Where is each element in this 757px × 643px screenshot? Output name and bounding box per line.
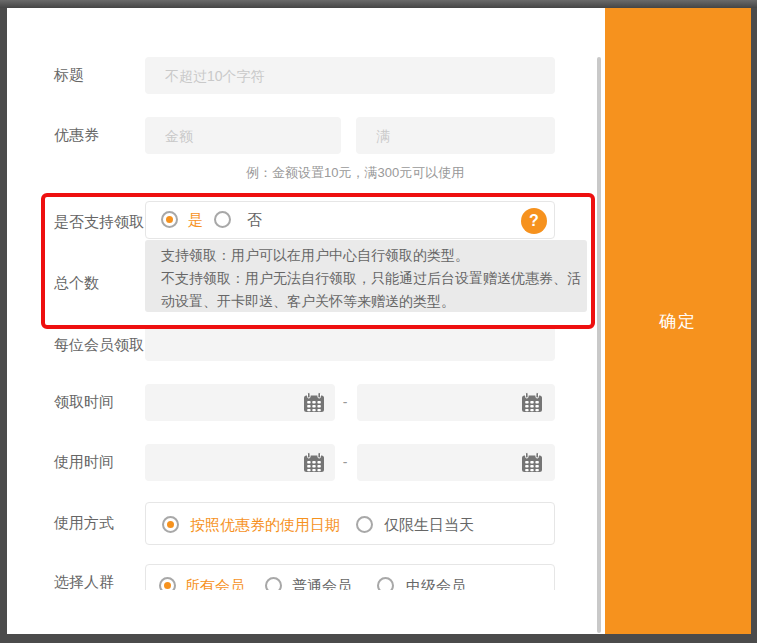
calendar-icon (521, 392, 543, 413)
use-method-label: 使用方式 (54, 513, 114, 533)
radio-all-members[interactable] (159, 577, 176, 590)
window-frame-top (0, 0, 757, 8)
coupon-threshold-input[interactable] (356, 117, 555, 154)
radio-mid-members-label[interactable]: 中级会员 (406, 576, 466, 590)
vertical-scrollbar[interactable] (597, 57, 601, 633)
claim-time-end-input[interactable] (357, 384, 555, 421)
calendar-icon (303, 452, 325, 473)
radio-birthday-only[interactable] (356, 516, 373, 533)
radio-use-coupon-dates[interactable] (162, 516, 179, 533)
tooltip-line: 动设置、开卡即送、客户关怀等来赠送的类型。 (161, 290, 573, 313)
total-count-label: 总个数 (54, 273, 99, 293)
use-time-end-input[interactable] (357, 444, 555, 481)
radio-birthday-only-label[interactable]: 仅限生日当天 (384, 515, 474, 535)
coupon-hint-text: 例：金额设置10元，满300元可以使用 (246, 164, 464, 182)
confirm-button[interactable]: 确定 (605, 310, 751, 334)
claim-time-start-input[interactable] (145, 384, 335, 421)
audience-row: 所有会员 普通会员 中级会员 (145, 564, 555, 590)
radio-claim-yes-label[interactable]: 是 (188, 210, 203, 230)
per-member-label: 每位会员领取 (54, 335, 144, 355)
tooltip-line: 不支持领取：用户无法自行领取，只能通过后台设置赠送优惠券、活 (161, 267, 573, 290)
radio-claim-yes[interactable] (161, 211, 178, 228)
radio-use-coupon-dates-label[interactable]: 按照优惠券的使用日期 (190, 515, 340, 535)
date-range-separator: - (337, 452, 353, 472)
claim-time-label: 领取时间 (54, 392, 114, 412)
calendar-icon (303, 392, 325, 413)
radio-normal-members[interactable] (265, 577, 282, 590)
claim-support-label: 是否支持领取 (54, 212, 144, 232)
use-time-label: 使用时间 (54, 452, 114, 472)
help-icon[interactable]: ? (521, 208, 547, 234)
coupon-amount-input[interactable] (145, 117, 341, 154)
radio-claim-no-label[interactable]: 否 (247, 210, 262, 230)
radio-mid-members[interactable] (377, 577, 394, 590)
title-label: 标题 (54, 65, 84, 85)
date-range-separator: - (337, 392, 353, 412)
coupon-label: 优惠券 (54, 125, 99, 145)
claim-support-tooltip: 支持领取：用户可以在用户中心自行领取的类型。 不支持领取：用户无法自行领取，只能… (145, 240, 587, 312)
use-method-row: 按照优惠券的使用日期 仅限生日当天 (145, 502, 555, 545)
tooltip-line: 支持领取：用户可以在用户中心自行领取的类型。 (161, 244, 573, 267)
title-input[interactable] (145, 57, 555, 94)
claim-support-row: 是 否 ? (145, 201, 555, 239)
audience-label: 选择人群 (54, 572, 114, 590)
per-member-input[interactable] (145, 325, 555, 361)
coupon-form-dialog: 标题 优惠券 例：金额设置10元，满300元可以使用 是否支持领取 是 否 ? … (7, 8, 751, 634)
form-scroll-area: 标题 优惠券 例：金额设置10元，满300元可以使用 是否支持领取 是 否 ? … (7, 8, 597, 590)
radio-all-members-label[interactable]: 所有会员 (185, 576, 245, 590)
action-panel: 确定 (605, 8, 751, 634)
radio-claim-no[interactable] (214, 211, 231, 228)
use-time-start-input[interactable] (145, 444, 335, 481)
calendar-icon (521, 452, 543, 473)
radio-normal-members-label[interactable]: 普通会员 (292, 576, 352, 590)
